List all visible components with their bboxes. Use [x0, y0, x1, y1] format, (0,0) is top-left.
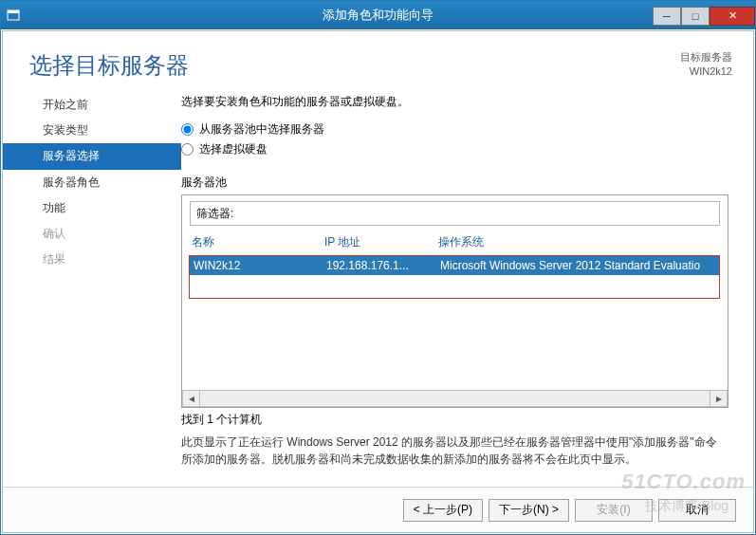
server-pool-label: 服务器池: [181, 175, 728, 191]
step-server-selection[interactable]: 服务器选择: [3, 143, 181, 169]
previous-button[interactable]: < 上一步(P): [403, 499, 483, 522]
selection-radios: 从服务器池中选择服务器 选择虚拟硬盘: [181, 121, 728, 161]
highlighted-selection: WIN2k12 192.168.176.1... Microsoft Windo…: [189, 255, 720, 299]
step-before-begin[interactable]: 开始之前: [3, 92, 181, 118]
window-title: 添加角色和功能向导: [323, 7, 433, 24]
install-button: 安装(I): [575, 499, 653, 522]
row-os: Microsoft Windows Server 2012 Standard E…: [440, 259, 715, 272]
horizontal-scrollbar[interactable]: ◂ ▸: [182, 390, 728, 407]
filter-label: 筛选器:: [196, 206, 233, 222]
titlebar: 添加角色和功能向导 ─ □ ✕: [1, 1, 755, 29]
server-list-area: [190, 299, 720, 390]
cancel-button[interactable]: 取消: [658, 499, 736, 522]
radio-vhd[interactable]: 选择虚拟硬盘: [181, 141, 728, 157]
destination-server: 目标服务器 WIN2k12: [680, 50, 732, 80]
filter-input[interactable]: [239, 205, 713, 222]
window-buttons: ─ □ ✕: [653, 6, 755, 26]
radio-vhd-input[interactable]: [181, 143, 194, 156]
found-count: 找到 1 个计算机: [181, 412, 728, 428]
close-button[interactable]: ✕: [710, 7, 755, 26]
destination-value: WIN2k12: [680, 65, 732, 79]
system-icon: [1, 9, 26, 22]
step-results: 结果: [3, 247, 181, 272]
step-install-type[interactable]: 安装类型: [3, 118, 181, 143]
filter-row: 筛选器:: [190, 201, 720, 226]
col-os[interactable]: 操作系统: [438, 234, 718, 250]
minimize-button[interactable]: ─: [653, 7, 681, 26]
instruction-text: 选择要安装角色和功能的服务器或虚拟硬盘。: [181, 94, 728, 110]
step-features[interactable]: 功能: [3, 195, 181, 221]
server-pool-panel: 筛选器: 名称 IP 地址 操作系统 WIN2k12 192.168.176.1…: [181, 194, 728, 408]
wizard-inner: 选择目标服务器 目标服务器 WIN2k12 开始之前 安装类型 服务器选择 服务…: [2, 30, 754, 533]
radio-server-pool-input[interactable]: [181, 123, 194, 136]
destination-label: 目标服务器: [680, 50, 732, 65]
radio-vhd-label: 选择虚拟硬盘: [199, 141, 267, 157]
wizard-window: 添加角色和功能向导 ─ □ ✕ 选择目标服务器 目标服务器 WIN2k12 开始…: [0, 0, 756, 535]
row-name: WIN2k12: [194, 259, 326, 272]
row-ip: 192.168.176.1...: [326, 259, 440, 272]
wizard-body: 开始之前 安装类型 服务器选择 服务器角色 功能 确认 结果 选择要安装角色和功…: [3, 88, 753, 487]
col-ip[interactable]: IP 地址: [324, 234, 438, 250]
col-name[interactable]: 名称: [192, 234, 324, 250]
steps-sidebar: 开始之前 安装类型 服务器选择 服务器角色 功能 确认 结果: [3, 88, 181, 487]
page-header: 选择目标服务器 目标服务器 WIN2k12: [3, 31, 753, 88]
page-title: 选择目标服务器: [29, 50, 189, 81]
main-content: 选择要安装角色和功能的服务器或虚拟硬盘。 从服务器池中选择服务器 选择虚拟硬盘 …: [181, 88, 753, 487]
scroll-right-icon[interactable]: ▸: [710, 391, 727, 406]
step-server-roles[interactable]: 服务器角色: [3, 170, 181, 195]
maximize-button[interactable]: □: [681, 7, 710, 26]
column-headers: 名称 IP 地址 操作系统: [190, 231, 720, 253]
svg-rect-1: [8, 10, 19, 13]
wizard-footer: < 上一步(P) 下一步(N) > 安装(I) 取消: [3, 487, 753, 532]
radio-server-pool[interactable]: 从服务器池中选择服务器: [181, 121, 728, 138]
step-confirm: 确认: [3, 221, 181, 247]
note-text: 此页显示了正在运行 Windows Server 2012 的服务器以及那些已经…: [181, 434, 728, 468]
server-row[interactable]: WIN2k12 192.168.176.1... Microsoft Windo…: [190, 256, 719, 275]
radio-server-pool-label: 从服务器池中选择服务器: [199, 121, 324, 138]
next-button[interactable]: 下一步(N) >: [489, 499, 569, 522]
scroll-left-icon[interactable]: ◂: [183, 391, 200, 406]
